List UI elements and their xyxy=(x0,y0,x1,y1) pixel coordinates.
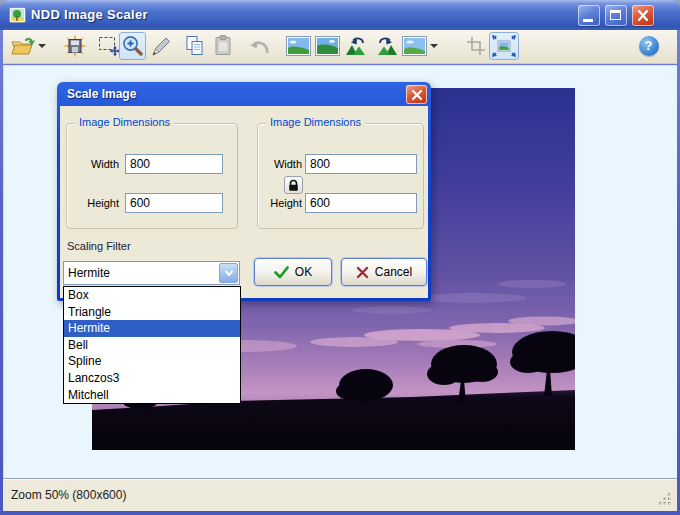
open-button[interactable] xyxy=(9,32,36,60)
paste-button[interactable] xyxy=(209,32,236,60)
undo-icon xyxy=(246,34,272,58)
status-bar: Zoom 50% (800x600) xyxy=(3,478,677,511)
help-icon: ? xyxy=(639,36,659,56)
dialog-body: Image Dimensions Width Height Image Dime… xyxy=(60,106,428,298)
ok-button[interactable]: OK xyxy=(254,258,332,286)
rotate-right-button[interactable] xyxy=(372,32,399,60)
rotate-left-button[interactable] xyxy=(343,32,370,60)
pencil-tool-button[interactable] xyxy=(147,32,174,60)
x-icon xyxy=(356,266,369,279)
image-icon xyxy=(286,36,311,56)
width-label: Width xyxy=(258,158,302,170)
open-dropdown-arrow[interactable] xyxy=(35,32,48,60)
toolbar: ? xyxy=(3,30,677,64)
pencil-icon xyxy=(149,34,173,58)
chevron-down-icon xyxy=(38,44,46,48)
scaling-filter-dropdown-list: Box Triangle Hermite Bell Spline Lanczos… xyxy=(63,286,241,404)
target-width-input[interactable] xyxy=(305,154,417,174)
rotate-left-icon xyxy=(345,34,369,58)
height-label: Height xyxy=(73,197,119,209)
image-view-button-2[interactable] xyxy=(314,32,341,60)
resize-grip[interactable] xyxy=(658,492,672,506)
undo-button[interactable] xyxy=(245,32,272,60)
filter-option-lanczos3[interactable]: Lanczos3 xyxy=(64,370,240,387)
application-window: NDD Image Scaler xyxy=(0,0,680,515)
image-icon xyxy=(402,36,427,56)
zoom-tool-button[interactable] xyxy=(119,32,146,60)
maximize-button[interactable] xyxy=(605,5,627,26)
crop-button[interactable] xyxy=(462,32,489,60)
dialog-title: Scale Image xyxy=(67,87,136,101)
cancel-button-label: Cancel xyxy=(375,265,412,279)
minimize-button[interactable] xyxy=(578,5,600,26)
dialog-close-button[interactable] xyxy=(406,85,427,104)
filter-option-hermite[interactable]: Hermite xyxy=(64,320,240,337)
filter-option-bell[interactable]: Bell xyxy=(64,337,240,354)
aspect-lock-button[interactable] xyxy=(284,176,303,194)
copy-icon xyxy=(183,34,207,58)
resize-button[interactable] xyxy=(489,32,519,60)
image-options-dropdown-arrow[interactable] xyxy=(427,32,440,60)
chevron-down-icon xyxy=(430,44,438,48)
open-folder-icon xyxy=(11,36,35,56)
target-height-input[interactable] xyxy=(305,193,417,213)
ok-button-label: OK xyxy=(295,265,312,279)
scale-image-dialog: Scale Image Image Dimensions Width Heigh… xyxy=(57,82,431,301)
width-label: Width xyxy=(73,158,119,170)
filter-option-triangle[interactable]: Triangle xyxy=(64,304,240,321)
selection-icon xyxy=(97,34,121,58)
magnifier-icon xyxy=(121,34,145,58)
minimize-icon xyxy=(583,19,593,22)
close-icon xyxy=(632,5,654,26)
close-button[interactable] xyxy=(632,5,654,26)
target-dimensions-group: Image Dimensions Width Height xyxy=(257,123,424,229)
copy-button[interactable] xyxy=(181,32,208,60)
filter-option-box[interactable]: Box xyxy=(64,287,240,304)
select-tool-button[interactable] xyxy=(95,32,122,60)
cancel-button[interactable]: Cancel xyxy=(341,258,427,286)
save-icon xyxy=(63,34,87,58)
close-icon xyxy=(411,89,423,101)
chevron-down-icon xyxy=(223,268,235,278)
scaling-filter-combobox[interactable]: Hermite xyxy=(63,261,240,285)
combobox-dropdown-button[interactable] xyxy=(219,263,238,283)
group-legend: Image Dimensions xyxy=(75,116,174,128)
zoom-status-text: Zoom 50% (800x600) xyxy=(11,479,126,511)
image-options-button[interactable] xyxy=(401,32,428,60)
filter-option-mitchell[interactable]: Mitchell xyxy=(64,387,240,404)
title-bar[interactable]: NDD Image Scaler xyxy=(0,0,680,30)
paste-icon xyxy=(211,34,235,58)
original-dimensions-group: Image Dimensions Width Height xyxy=(66,123,238,229)
dialog-title-bar[interactable]: Scale Image xyxy=(57,82,431,106)
original-height-input[interactable] xyxy=(125,193,223,213)
help-button[interactable]: ? xyxy=(637,34,660,57)
maximize-icon xyxy=(610,10,621,20)
image-icon xyxy=(315,36,340,56)
lock-icon xyxy=(287,179,300,192)
crop-icon xyxy=(465,35,487,57)
image-view-button-1[interactable] xyxy=(285,32,312,60)
check-icon xyxy=(274,266,289,279)
save-button[interactable] xyxy=(61,32,88,60)
rotate-right-icon xyxy=(374,34,398,58)
original-width-input[interactable] xyxy=(125,154,223,174)
window-title: NDD Image Scaler xyxy=(31,0,148,29)
app-icon xyxy=(9,7,26,23)
group-legend: Image Dimensions xyxy=(266,116,365,128)
filter-option-spline[interactable]: Spline xyxy=(64,353,240,370)
scaling-filter-label: Scaling Filter xyxy=(67,240,177,252)
resize-image-icon xyxy=(491,34,517,58)
combobox-value: Hermite xyxy=(68,262,110,284)
height-label: Height xyxy=(258,197,302,209)
